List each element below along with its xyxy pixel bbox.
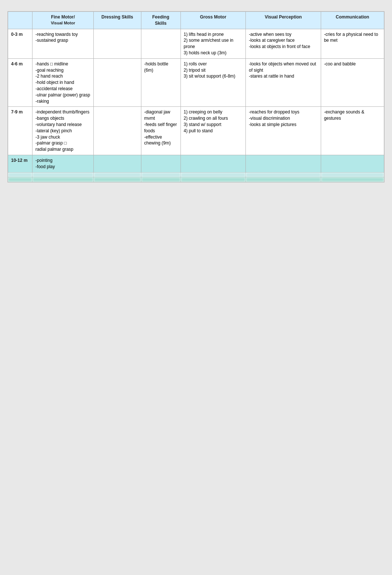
visual-perception-cell: -active when sees toy-looks at caregiver… (246, 29, 321, 58)
dressing-cell (94, 107, 141, 155)
dressing-cell (94, 58, 141, 107)
gross-motor-cell: 1) rolls over2) tripod sit3) sit w/out s… (180, 58, 246, 107)
dressing-cell (94, 172, 141, 177)
feeding-cell (141, 177, 180, 182)
age-cell (8, 177, 32, 182)
table-row: 0-3 m-reaching towards toy-sustained gra… (8, 29, 384, 58)
age-cell: 7-9 m (8, 107, 32, 155)
fine-motor-cell (32, 177, 94, 182)
age-cell: 4-6 m (8, 58, 32, 107)
fine-motor-cell: -pointing-food play (32, 155, 94, 172)
developmental-table: Fine Motor/ Visual Motor Dressing Skills… (7, 11, 385, 183)
header-fine-motor: Fine Motor/ Visual Motor (32, 12, 94, 29)
header-age (8, 12, 32, 29)
communication-cell: -cries for a physical need to be met (321, 29, 384, 58)
header-gross-motor: Gross Motor (180, 12, 246, 29)
communication-cell (321, 177, 384, 182)
gross-motor-cell (180, 177, 246, 182)
dressing-cell (94, 177, 141, 182)
table-row: 7-9 m-independent thumb/fingers-bangs ob… (8, 107, 384, 155)
visual-perception-cell (246, 172, 321, 177)
visual-perception-cell: -reaches for dropped toys-visual discrim… (246, 107, 321, 155)
visual-perception-cell (246, 177, 321, 182)
communication-cell: -coo and babble (321, 58, 384, 107)
communication-cell (321, 172, 384, 177)
feeding-cell: -diagonal jaw mvmt-feeds self finger foo… (141, 107, 180, 155)
feeding-cell (141, 155, 180, 172)
gross-motor-cell: 1) lifts head in prone2) some arm/chest … (180, 29, 246, 58)
fine-motor-cell: -reaching towards toy-sustained grasp (32, 29, 94, 58)
age-cell (8, 172, 32, 177)
header-communication: Communication (321, 12, 384, 29)
table-row (8, 177, 384, 182)
table-row (8, 172, 384, 177)
communication-cell: -exchange sounds & gestures (321, 107, 384, 155)
dressing-cell (94, 155, 141, 172)
gross-motor-cell (180, 172, 246, 177)
communication-cell (321, 155, 384, 172)
fine-motor-cell: -hands □ midline-goal reaching-2 hand re… (32, 58, 94, 107)
header-dressing: Dressing Skills (94, 12, 141, 29)
visual-perception-cell: -looks for objects when moved out of sig… (246, 58, 321, 107)
table-row: 4-6 m-hands □ midline-goal reaching-2 ha… (8, 58, 384, 107)
dressing-cell (94, 29, 141, 58)
header-feeding: Feeding Skills (141, 12, 180, 29)
feeding-cell: -holds bottle (6m) (141, 58, 180, 107)
table-row: 10-12 m-pointing-food play (8, 155, 384, 172)
header-visual-perception: Visual Perception (246, 12, 321, 29)
gross-motor-cell (180, 155, 246, 172)
visual-perception-cell (246, 155, 321, 172)
fine-motor-cell: -independent thumb/fingers-bangs objects… (32, 107, 94, 155)
feeding-cell (141, 172, 180, 177)
feeding-cell (141, 29, 180, 58)
fine-motor-cell (32, 172, 94, 177)
gross-motor-cell: 1) creeping on belly2) crawling on all f… (180, 107, 246, 155)
age-cell: 0-3 m (8, 29, 32, 58)
header-row: Fine Motor/ Visual Motor Dressing Skills… (8, 12, 384, 29)
age-cell: 10-12 m (8, 155, 32, 172)
